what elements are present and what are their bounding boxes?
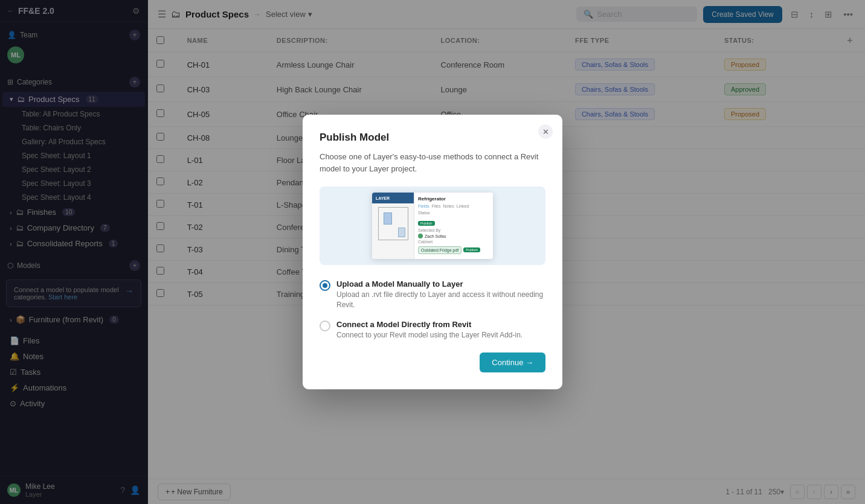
radio-option-connect[interactable]: Connect a Model Directly from Revit Conn… bbox=[320, 320, 545, 340]
radio-upload-label: Upload a Model Manually to Layer bbox=[336, 279, 545, 289]
radio-option-upload[interactable]: Upload a Model Manually to Layer Upload … bbox=[320, 279, 545, 310]
modal-description: Choose one of Layer's easy-to-use method… bbox=[320, 151, 545, 174]
radio-connect-desc: Connect to your Revit model using the La… bbox=[336, 330, 523, 340]
modal-overlay[interactable]: ✕ Publish Model Choose one of Layer's ea… bbox=[0, 0, 865, 504]
modal-title: Publish Model bbox=[320, 132, 545, 144]
radio-upload-selected[interactable] bbox=[320, 280, 330, 291]
radio-connect-label: Connect a Model Directly from Revit bbox=[336, 320, 523, 329]
modal-close-button[interactable]: ✕ bbox=[538, 124, 553, 139]
radio-upload-desc: Upload an .rvt file directly to Layer an… bbox=[336, 290, 545, 310]
modal-footer: Continue → bbox=[320, 352, 545, 372]
preview-left-panel: LAYER bbox=[372, 193, 414, 259]
preview-right-panel: Refrigerator Fields Files Notes Linked S… bbox=[414, 193, 493, 259]
preview-status-badge: Publish bbox=[418, 221, 435, 226]
modal-preview: LAYER Refrigerator Fields Files Note bbox=[320, 187, 545, 265]
radio-connect-unselected[interactable] bbox=[320, 321, 330, 331]
publish-model-modal: ✕ Publish Model Choose one of Layer's ea… bbox=[303, 115, 562, 389]
preview-cabinet: Outdated Fridge.pdf bbox=[418, 246, 461, 254]
continue-button[interactable]: Continue → bbox=[480, 352, 545, 372]
modal-preview-inner: LAYER Refrigerator Fields Files Note bbox=[372, 193, 493, 259]
